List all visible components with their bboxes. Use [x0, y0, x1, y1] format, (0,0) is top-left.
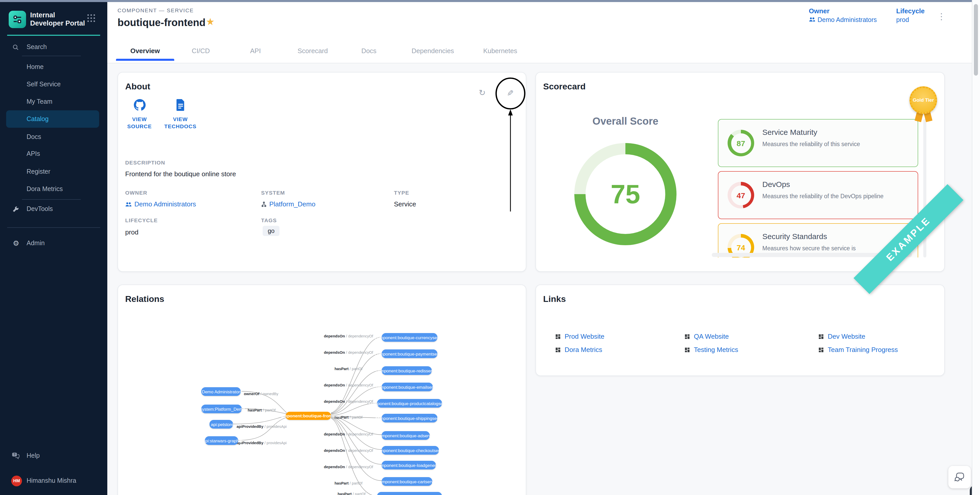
graph-node-productcatalogservice[interactable]: component:boutique-productcatalogservice [377, 399, 442, 407]
graph-node-partial[interactable] [377, 492, 442, 495]
gold-tier-badge: Gold Tier [910, 86, 937, 114]
edge-label: hasPart / partOf [334, 481, 362, 485]
sidebar-item-dora-metrics[interactable]: Dora Metrics [0, 182, 107, 196]
graph-node-system-platform-demo[interactable]: system:Platform_Demo [201, 404, 242, 413]
tab-api[interactable]: API [250, 47, 261, 55]
graph-node-boutique-frontend[interactable]: component:boutique-frontend [286, 412, 331, 420]
edge-label: hasPart / partOf [248, 408, 275, 412]
edge-label: dependsOn / dependencyOf [324, 399, 373, 404]
system-field-value[interactable]: Platform_Demo [261, 200, 315, 208]
apps-grid-icon[interactable] [88, 14, 95, 22]
link-team-training-progress[interactable]: Team Training Progress [818, 346, 898, 353]
link-dev-website[interactable]: Dev Website [818, 333, 865, 340]
breadcrumb: COMPONENT — SERVICE [118, 7, 194, 13]
wrench-icon [12, 205, 19, 212]
dashboard-icon [818, 333, 824, 339]
edit-pencil-icon[interactable]: ✎ [507, 88, 514, 98]
feedback-button[interactable] [948, 466, 971, 489]
lifecycle-field-value: prod [125, 228, 138, 236]
graph-node-cartservice[interactable]: component:boutique-cartservice [382, 477, 432, 486]
metric-card-devops[interactable]: 47 DevOps Measures the reliability of th… [718, 171, 918, 219]
sidebar-item-home[interactable]: Home [0, 60, 107, 73]
sidebar-item-help[interactable]: ? Help [0, 449, 107, 462]
about-card: About ↻ ✎ VIEW SOURCE VIEW TECHDOCS DESC… [118, 72, 526, 272]
group-icon [125, 202, 132, 207]
sidebar-item-my-team[interactable]: My Team [0, 95, 107, 108]
view-source-link[interactable]: VIEW SOURCE [121, 99, 158, 130]
scorecard-metrics-list: 87 Service Maturity Measures the reliabi… [718, 119, 918, 258]
kebab-menu-icon[interactable]: ⋮ [937, 11, 946, 22]
lifecycle-field-label: LIFECYCLE [125, 217, 158, 223]
link-qa-website[interactable]: QA Website [684, 333, 729, 340]
sidebar-item-register[interactable]: Register [0, 165, 107, 178]
owner-link[interactable]: Demo Administrators [809, 16, 877, 24]
graph-node-loadgenerator[interactable]: component:boutique-loadgenerator [382, 461, 436, 470]
overall-score-gauge: 75 [574, 143, 676, 245]
metric-card-service-maturity[interactable]: 87 Service Maturity Measures the reliabi… [718, 119, 918, 167]
sidebar-item-apis[interactable]: APIs [0, 147, 107, 161]
dashboard-icon [684, 347, 690, 353]
graph-node-api-petstore[interactable]: api:petstore [210, 420, 233, 428]
active-tab-indicator [116, 59, 174, 61]
graph-node-api-starwars-graphql[interactable]: api:starwars-graphql [205, 436, 238, 445]
svg-text:?: ? [14, 453, 16, 457]
edge-label: apiProvidedBy / providesApi [237, 441, 286, 445]
edge-label: dependsOn / dependencyOf [324, 465, 373, 469]
favorite-star-icon[interactable]: ★ [206, 17, 215, 27]
graph-node-adservice[interactable]: component:boutique-adservice [382, 431, 430, 440]
sidebar-item-admin[interactable]: ⚙ Admin [0, 237, 107, 250]
lifecycle-label: Lifecycle [896, 7, 924, 15]
owner-field-value[interactable]: Demo Administrators [125, 200, 196, 208]
graph-node-emailservice[interactable]: component:boutique-emailservice [382, 383, 433, 391]
sidebar-divider [22, 56, 81, 56]
sidebar-item-catalog[interactable]: Catalog [6, 110, 99, 128]
link-testing-metrics[interactable]: Testing Metrics [684, 346, 738, 353]
relations-graph-edges [118, 285, 526, 495]
edge-label: dependsOn / dependencyOf [324, 448, 373, 453]
links-card: Links Prod Website QA Website Dev Websit… [536, 285, 945, 376]
edge-label: hasPart / partOf [337, 492, 365, 495]
tab-overview[interactable]: Overview [130, 47, 160, 55]
graph-node-shippingservice[interactable]: component:boutique-shippingservice [382, 414, 438, 422]
owner-label: Owner [809, 7, 877, 15]
page-scrollbar-thumb[interactable] [974, 4, 978, 76]
tab-kubernetes[interactable]: Kubernetes [484, 47, 517, 55]
sidebar-user[interactable]: HM Himanshu Mishra [0, 474, 107, 487]
app-logo-icon [9, 11, 26, 28]
page-title: boutique-frontend [118, 17, 205, 29]
sidebar-item-devtools[interactable]: DevTools [0, 202, 107, 216]
system-field-label: SYSTEM [261, 189, 285, 196]
lifecycle-value: prod [896, 16, 924, 24]
tab-docs[interactable]: Docs [361, 47, 376, 55]
type-field-value: Service [394, 200, 416, 208]
tab-cicd[interactable]: CI/CD [192, 47, 210, 55]
relations-card: Relations Demo A [118, 285, 526, 495]
metric-ring: 47 [728, 182, 754, 209]
link-dora-metrics[interactable]: Dora Metrics [555, 346, 602, 353]
refresh-icon[interactable]: ↻ [479, 88, 486, 97]
help-icon: ? [12, 452, 19, 459]
edge-label: ownerOf / ownedBy [244, 392, 278, 396]
dashboard-icon [555, 333, 561, 339]
app-logo-row[interactable]: Internal Developer Portal [9, 8, 101, 31]
graph-node-currencyservice[interactable]: component:boutique-currencyservice [382, 333, 438, 342]
graph-node-demo-administrators[interactable]: Demo Administrators [201, 387, 241, 396]
graph-node-checkoutservice[interactable]: component:boutique-checkoutservice [382, 446, 439, 455]
sidebar-item-docs[interactable]: Docs [0, 130, 107, 143]
view-techdocs-link[interactable]: VIEW TECHDOCS [162, 99, 199, 130]
header-lifecycle-block: Lifecycle prod [896, 7, 924, 24]
app-title: Internal Developer Portal [30, 11, 88, 28]
scorecard-title: Scorecard [543, 82, 585, 92]
link-prod-website[interactable]: Prod Website [555, 333, 605, 340]
graph-node-paymentservice[interactable]: component:boutique-paymentservice [382, 349, 438, 358]
tab-scorecard[interactable]: Scorecard [298, 47, 328, 55]
edge-label: dependsOn / dependencyOf [324, 383, 373, 387]
sidebar-item-search[interactable]: Search [0, 40, 107, 54]
graph-node-redisservice[interactable]: component:boutique-redisservice [382, 366, 432, 375]
edge-label: hasPart / partOf [334, 366, 362, 371]
chat-bubbles-icon [954, 471, 965, 483]
system-icon [261, 201, 267, 207]
tag-chip-go[interactable]: go [262, 226, 280, 236]
sidebar-item-self-service[interactable]: Self Service [0, 78, 107, 91]
tab-dependencies[interactable]: Dependencies [412, 47, 454, 55]
